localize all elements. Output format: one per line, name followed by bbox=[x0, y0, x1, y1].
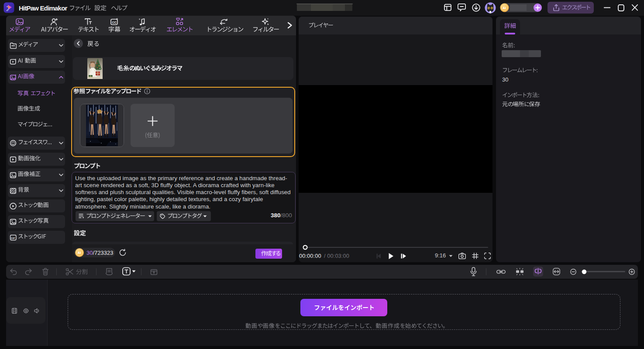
svg-text:AI: AI bbox=[77, 251, 81, 255]
svg-text:CC: CC bbox=[112, 21, 117, 24]
svg-text:GIF: GIF bbox=[11, 237, 15, 240]
svg-text:AI: AI bbox=[503, 6, 506, 10]
